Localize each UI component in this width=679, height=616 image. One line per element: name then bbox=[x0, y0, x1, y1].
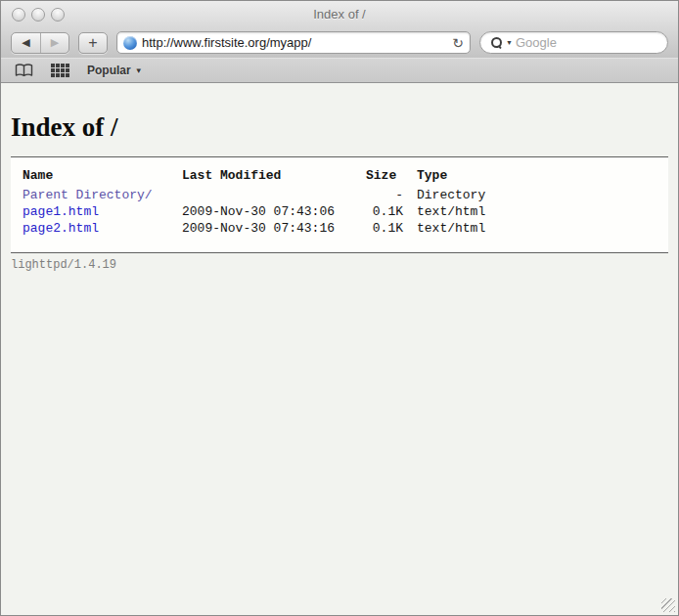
server-version-footer: lighttpd/1.4.19 bbox=[11, 258, 668, 272]
page-content: Index of / Name Last Modified Size Type … bbox=[1, 83, 678, 272]
nav-button-group: ◀ ▶ bbox=[11, 32, 69, 54]
bookmark-menu-popular[interactable]: Popular ▼ bbox=[87, 64, 143, 77]
cell-size: 0.1K bbox=[366, 203, 417, 220]
cell-modified: 2009-Nov-30 07:43:06 bbox=[182, 203, 366, 220]
cell-modified: 2009-Nov-30 07:43:16 bbox=[182, 220, 366, 237]
table-header-row: Name Last Modified Size Type bbox=[23, 167, 485, 187]
cell-modified bbox=[182, 187, 366, 203]
site-favicon-globe-icon bbox=[123, 36, 137, 50]
refresh-icon[interactable]: ↻ bbox=[452, 36, 464, 50]
column-header-modified: Last Modified bbox=[182, 167, 366, 187]
table-row: page2.html 2009-Nov-30 07:43:16 0.1K tex… bbox=[23, 220, 485, 237]
url-input[interactable] bbox=[142, 35, 447, 50]
parent-directory-link[interactable]: Parent Directory/ bbox=[23, 188, 153, 202]
plus-icon: + bbox=[88, 34, 97, 52]
page1-link[interactable]: page1.html bbox=[23, 204, 99, 219]
browser-toolbar: ◀ ▶ + ↻ ▼ Google bbox=[1, 27, 678, 58]
column-header-type: Type bbox=[417, 167, 485, 187]
minimize-window-button[interactable] bbox=[31, 8, 45, 22]
back-button[interactable]: ◀ bbox=[12, 33, 40, 53]
column-header-name: Name bbox=[23, 167, 182, 187]
page-title: Index of / bbox=[11, 112, 668, 143]
traffic-lights bbox=[12, 8, 65, 22]
add-bookmark-button[interactable]: + bbox=[78, 32, 108, 54]
page2-link[interactable]: page2.html bbox=[23, 221, 99, 236]
window-title: Index of / bbox=[1, 7, 678, 22]
directory-table: Name Last Modified Size Type Parent Dire… bbox=[23, 167, 485, 237]
search-options-chevron-icon[interactable]: ▼ bbox=[506, 39, 513, 46]
browser-window: Index of / ◀ ▶ + ↻ ▼ Google bbox=[0, 0, 679, 616]
forward-icon: ▶ bbox=[51, 36, 59, 49]
column-header-size: Size bbox=[366, 167, 417, 187]
search-placeholder: Google bbox=[516, 35, 557, 50]
title-bar: Index of / bbox=[1, 1, 678, 27]
cell-size: - bbox=[366, 187, 417, 203]
address-bar[interactable]: ↻ bbox=[116, 31, 471, 54]
close-window-button[interactable] bbox=[12, 8, 25, 22]
directory-listing: Name Last Modified Size Type Parent Dire… bbox=[11, 156, 668, 253]
top-sites-grid-icon[interactable] bbox=[51, 64, 69, 77]
table-row: Parent Directory/ - Directory bbox=[23, 187, 485, 203]
back-icon: ◀ bbox=[22, 36, 29, 49]
google-search-field[interactable]: ▼ Google bbox=[479, 31, 668, 54]
cell-size: 0.1K bbox=[366, 220, 417, 237]
bookmarks-book-icon[interactable] bbox=[15, 64, 33, 77]
cell-type: Directory bbox=[417, 187, 485, 203]
cell-type: text/html bbox=[417, 203, 485, 220]
resize-grip[interactable] bbox=[661, 598, 675, 612]
chevron-down-icon: ▼ bbox=[135, 66, 143, 75]
cell-type: text/html bbox=[417, 220, 485, 237]
forward-button[interactable]: ▶ bbox=[40, 33, 68, 53]
search-icon bbox=[490, 36, 503, 49]
zoom-window-button[interactable] bbox=[51, 8, 65, 22]
bookmark-label: Popular bbox=[87, 64, 131, 77]
table-row: page1.html 2009-Nov-30 07:43:06 0.1K tex… bbox=[23, 203, 485, 220]
bookmarks-bar: Popular ▼ bbox=[1, 58, 678, 83]
